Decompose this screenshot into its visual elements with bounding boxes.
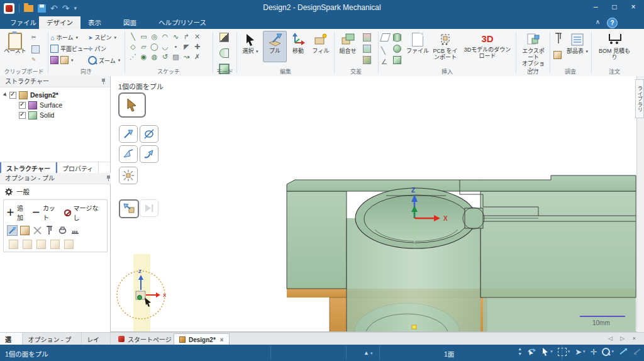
no-merge-option[interactable]: マージなし <box>74 203 104 222</box>
bom-quote-button[interactable]: BOM 見積もり <box>597 31 631 60</box>
sketch-offset-icon[interactable]: ◍ <box>149 52 160 62</box>
model-view[interactable]: Z X 10mm Z X <box>111 76 636 332</box>
add-option[interactable]: 追加 <box>17 203 30 222</box>
tool-guide-select[interactable] <box>118 92 146 118</box>
pull-preset-2-icon[interactable] <box>23 240 32 249</box>
spin-button[interactable]: ➤スピン <box>88 33 116 42</box>
status-expand-icon[interactable]: ▲▾ <box>364 350 372 356</box>
checkbox[interactable] <box>9 92 16 99</box>
insert-shell-icon[interactable] <box>393 55 401 67</box>
sketch-trim-icon[interactable]: ✕ <box>192 32 203 42</box>
project-icon[interactable] <box>363 55 371 67</box>
insert-plane-icon[interactable] <box>381 33 389 44</box>
maximize-button[interactable]: □ <box>605 0 624 14</box>
ruler-option-icon[interactable] <box>70 226 80 235</box>
pin-icon[interactable] <box>101 78 106 85</box>
download-3d-model-button[interactable]: 3D 3Dモデルのダウンロード <box>462 31 513 59</box>
measure-icon[interactable] <box>553 33 564 47</box>
section-mode-icon[interactable] <box>219 48 229 58</box>
handle-marker[interactable] <box>412 325 416 329</box>
split-body-icon[interactable] <box>363 33 371 44</box>
insert-sphere-icon[interactable] <box>393 44 401 55</box>
move-tool-button[interactable]: 移動 <box>287 31 309 54</box>
sketch-line-icon[interactable]: ╲ <box>128 32 138 42</box>
pull-preset-5-icon[interactable] <box>64 240 74 249</box>
tree-row-root[interactable]: Design2* <box>4 90 110 100</box>
tool-guide-curve-pull[interactable] <box>140 145 158 163</box>
pull-preset-4-icon[interactable] <box>50 240 60 249</box>
view-cube-button[interactable] <box>50 56 74 64</box>
marquee-select-icon[interactable]: ▾ <box>558 348 570 356</box>
insert-cylinder-icon[interactable] <box>393 33 401 44</box>
fill-tool-button[interactable]: フィル <box>309 31 332 54</box>
close-button[interactable]: × <box>624 0 643 14</box>
sketch-fillet-icon[interactable]: ↺ <box>160 52 170 62</box>
select-tool-button[interactable]: 選択 <box>239 31 262 55</box>
pan-tool-icon[interactable]: ✛ <box>591 347 597 357</box>
checkbox[interactable] <box>19 112 26 119</box>
sketch-split-icon[interactable]: ✚ <box>192 42 203 52</box>
pull-direction-icon[interactable] <box>8 226 17 235</box>
sketch-corner-icon[interactable]: ◤ <box>181 42 192 52</box>
sketch-construction-line-icon[interactable]: ⋰ <box>128 52 138 62</box>
zoom-extents-icon[interactable] <box>619 348 628 355</box>
collapse-ribbon-icon[interactable]: ∧ <box>596 18 600 25</box>
pull-preset-3-icon[interactable] <box>36 240 46 249</box>
plan-view-button[interactable]: 平面ビュー <box>50 45 89 53</box>
tab-select[interactable]: 選択 <box>0 333 23 345</box>
tab-view[interactable]: 表示 <box>80 16 109 29</box>
copy-icon[interactable] <box>31 45 40 53</box>
sketch-3pt-circle-icon[interactable]: ◯ <box>149 42 160 52</box>
sketch-mode-icon[interactable] <box>219 33 229 42</box>
select-cursor-icon[interactable]: ▾ <box>541 347 553 356</box>
tree-row-surface[interactable]: Surface <box>4 100 110 110</box>
close-tab-icon[interactable]: × <box>220 336 224 343</box>
tab-nav-controls[interactable]: ◁ ▷ × <box>608 335 639 342</box>
import-pcb-button[interactable]: PCB をインポート <box>431 31 460 60</box>
pull-both-icon[interactable] <box>20 226 30 235</box>
expander-icon[interactable] <box>3 92 8 97</box>
tab-layer[interactable]: レイヤ <box>82 333 111 345</box>
tab-drawing[interactable]: 図面 <box>116 16 144 29</box>
format-painter-icon[interactable]: ✎ <box>31 57 36 63</box>
sketch-arc-icon[interactable]: ◠ <box>160 32 170 42</box>
combine-button[interactable]: 組合せ <box>336 31 359 54</box>
no-pull-icon[interactable] <box>33 226 42 235</box>
sketch-polyline-icon[interactable]: ◇ <box>128 42 138 52</box>
mass-properties-icon[interactable] <box>553 50 562 62</box>
tab-help-resources[interactable]: ヘルプ/リソース <box>151 16 214 29</box>
tool-guide-pull-direction[interactable] <box>119 125 138 143</box>
sketch-tangent-arc-icon[interactable]: ↱ <box>181 32 192 42</box>
insert-origin-icon[interactable]: ∠ <box>381 55 387 67</box>
pull-preset-1-icon[interactable] <box>9 240 18 249</box>
pull-tool-button[interactable]: プル <box>263 31 287 62</box>
tab-design[interactable]: デザイン <box>39 16 80 29</box>
sketch-delete-icon[interactable]: ✗ <box>192 52 203 62</box>
split-face-icon[interactable] <box>363 44 371 55</box>
minimize-button[interactable]: – <box>586 0 605 14</box>
side-panel-tab[interactable]: ライブラリ <box>635 79 644 118</box>
cut-icon[interactable]: ✂ <box>31 34 36 40</box>
help-icon[interactable]: ? <box>607 18 618 28</box>
sketch-project-icon[interactable]: ↝ <box>181 52 192 62</box>
sketch-sweep-arc-icon[interactable]: ◡ <box>160 42 170 52</box>
spin-tool-icon[interactable]: ➤▾ <box>575 347 585 357</box>
nudge-spinner-icon[interactable]: ▲▼ <box>518 347 522 357</box>
tool-guide-both-sides[interactable] <box>119 199 139 218</box>
sketch-point-icon[interactable]: • <box>170 42 181 52</box>
tab-properties[interactable]: プロパティ <box>56 162 99 173</box>
measure-pull-icon[interactable] <box>45 226 55 235</box>
spin-cursor-icon[interactable] <box>527 347 536 356</box>
sketch-circle-icon[interactable]: ◎ <box>149 32 160 42</box>
tab-structure[interactable]: ストラクチャー <box>0 162 56 173</box>
pan-button[interactable]: ✛パン <box>88 45 106 53</box>
zoom-button[interactable]: ズーム <box>88 56 120 65</box>
insert-file-button[interactable]: ファイル <box>406 31 430 54</box>
sketch-3pt-rectangle-icon[interactable]: ▱ <box>138 42 149 52</box>
sketch-ellipse-icon[interactable]: ◉ <box>138 52 149 62</box>
tab-design2[interactable]: Design2* × <box>174 333 230 345</box>
tab-options-pull[interactable]: オプション - プル <box>23 333 82 345</box>
tab-start-page[interactable]: スタートページ <box>113 333 177 345</box>
general-section[interactable]: 一般 <box>5 187 30 196</box>
insert-axis-icon[interactable]: ╲ <box>381 44 386 55</box>
